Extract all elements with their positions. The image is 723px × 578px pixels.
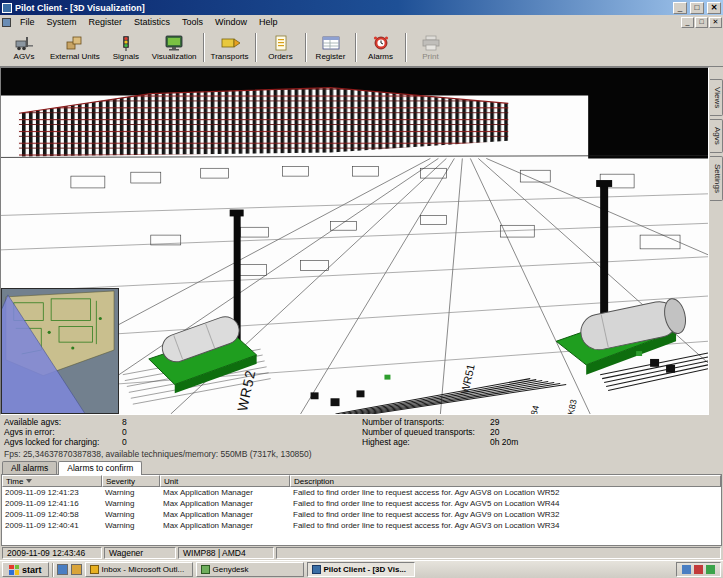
external-units-button[interactable]: External Units <box>46 30 104 65</box>
windows-logo-icon <box>9 565 19 575</box>
taskbar-item-genydesk[interactable]: Genydesk <box>196 562 304 577</box>
toolbar-separator <box>405 33 407 62</box>
queued-transports-label: Number of queued transports: <box>362 427 490 437</box>
alarm-row[interactable]: 2009-11-09 12:40:41 Warning Max Applicat… <box>2 520 721 531</box>
transports-icon <box>219 35 241 51</box>
toolbar-separator <box>203 33 205 62</box>
orders-button[interactable]: Orders <box>259 30 303 65</box>
agvs-button[interactable]: AGVs <box>2 30 46 65</box>
tab-agvs[interactable]: Agvs <box>710 119 723 153</box>
quick-launch-separator <box>52 563 54 577</box>
fps-status-line: Fps: 25,34637870387838, available techni… <box>4 449 719 459</box>
close-button[interactable]: ✕ <box>707 2 721 14</box>
tray-icon[interactable] <box>706 565 715 574</box>
menu-register[interactable]: Register <box>83 16 129 28</box>
alarms-button[interactable]: Alarms <box>359 30 403 65</box>
column-header-description[interactable]: Description <box>290 475 721 487</box>
agvs-charging-value: 0 <box>122 437 362 447</box>
transports-value: 29 <box>490 417 719 427</box>
menu-system[interactable]: System <box>41 16 83 28</box>
toolbar-separator <box>255 33 257 62</box>
statusbar-filler <box>276 547 721 559</box>
alarm-tab-strip: All alarms Alarms to confirm <box>0 459 723 474</box>
tab-all-alarms[interactable]: All alarms <box>2 461 57 474</box>
toolbar-separator <box>305 33 307 62</box>
menu-help[interactable]: Help <box>253 16 284 28</box>
orders-icon <box>270 35 292 51</box>
register-button[interactable]: Register <box>309 30 353 65</box>
queued-transports-value: 20 <box>490 427 719 437</box>
alarm-row[interactable]: 2009-11-09 12:41:16 Warning Max Applicat… <box>2 498 721 509</box>
maximize-button[interactable]: □ <box>690 2 704 14</box>
side-tab-strip: Views Agvs Settings <box>709 67 723 415</box>
column-header-severity[interactable]: Severity <box>102 475 160 487</box>
mdi-child-icon[interactable] <box>2 18 11 27</box>
agvs-in-error-value: 0 <box>122 427 362 437</box>
menu-tools[interactable]: Tools <box>176 16 209 28</box>
toolbar-separator <box>355 33 357 62</box>
external-units-icon <box>64 35 86 51</box>
highest-age-value: 0h 20m <box>490 437 719 447</box>
print-icon <box>420 35 442 51</box>
windows-taskbar: start Inbox - Microsoft Outl... Genydesk… <box>0 560 723 578</box>
highest-age-label: Highest age: <box>362 437 490 447</box>
agvs-charging-label: Agvs locked for charging: <box>4 437 122 447</box>
menu-statistics[interactable]: Statistics <box>128 16 176 28</box>
register-icon <box>320 35 342 51</box>
window-title: Pilot Client - [3D Visualization] <box>15 3 670 13</box>
transports-button[interactable]: Transports <box>207 30 253 65</box>
minimap-canvas <box>2 289 118 413</box>
mdi-restore-button[interactable]: □ <box>695 17 708 28</box>
outlook-icon <box>90 565 99 574</box>
taskbar-item-pilot-client[interactable]: Pilot Client - [3D Vis... <box>307 562 415 577</box>
alarms-icon <box>370 35 392 51</box>
tab-settings[interactable]: Settings <box>710 156 723 201</box>
title-bar[interactable]: Pilot Client - [3D Visualization] _ □ ✕ <box>0 0 723 15</box>
sort-desc-icon <box>26 479 32 483</box>
application-window: Pilot Client - [3D Visualization] _ □ ✕ … <box>0 0 723 578</box>
app-status-bar: 2009-11-09 12:43:46 Wagener WIMP88 | AMD… <box>0 546 723 560</box>
signals-icon <box>115 35 137 51</box>
minimize-button[interactable]: _ <box>673 2 687 14</box>
tab-alarms-to-confirm[interactable]: Alarms to confirm <box>58 461 142 475</box>
alarm-table[interactable]: Time Severity Unit Description 2009-11-0… <box>1 474 722 546</box>
3d-viewport[interactable]: WR52 WR51 RK84 RK83 <box>0 67 709 415</box>
tray-icon[interactable] <box>682 565 691 574</box>
available-agvs-label: Available agvs: <box>4 417 122 427</box>
alarm-row[interactable]: 2009-11-09 12:41:23 Warning Max Applicat… <box>2 487 721 498</box>
main-area: WR52 WR51 RK84 RK83 <box>0 67 723 415</box>
print-button[interactable]: Print <box>409 30 453 65</box>
statusbar-datetime: 2009-11-09 12:43:46 <box>2 547 102 559</box>
signals-button[interactable]: Signals <box>104 30 148 65</box>
mdi-close-button[interactable]: ✕ <box>709 17 722 28</box>
statusbar-host: WIMP88 | AMD4 <box>178 547 274 559</box>
column-header-time[interactable]: Time <box>2 475 102 487</box>
app-window-icon <box>201 565 210 574</box>
agv-icon <box>13 35 35 51</box>
menu-file[interactable]: File <box>14 16 41 28</box>
taskbar-item-outlook[interactable]: Inbox - Microsoft Outl... <box>85 562 193 577</box>
toolbar: AGVs External Units Signals Visualizat <box>0 29 723 67</box>
agvs-in-error-label: Agvs in error: <box>4 427 122 437</box>
tab-views[interactable]: Views <box>710 79 723 116</box>
menu-bar: File System Register Statistics Tools Wi… <box>0 15 723 29</box>
quick-launch-icon[interactable] <box>71 564 82 575</box>
visualization-button[interactable]: Visualization <box>148 30 201 65</box>
available-agvs-value: 8 <box>122 417 362 427</box>
transports-label: Number of transports: <box>362 417 490 427</box>
alarm-table-header: Time Severity Unit Description <box>2 475 721 487</box>
column-header-unit[interactable]: Unit <box>160 475 290 487</box>
minimap[interactable] <box>1 288 119 414</box>
alarm-row[interactable]: 2009-11-09 12:40:58 Warning Max Applicat… <box>2 509 721 520</box>
status-info-panel: Available agvs: 8 Number of transports: … <box>0 415 723 459</box>
mdi-minimize-button[interactable]: _ <box>681 17 694 28</box>
menu-window[interactable]: Window <box>209 16 253 28</box>
system-tray[interactable] <box>676 562 721 577</box>
statusbar-user: Wagener <box>104 547 176 559</box>
quick-launch-icon[interactable] <box>57 564 68 575</box>
visualization-icon <box>163 35 185 51</box>
tray-icon[interactable] <box>694 565 703 574</box>
app-icon <box>2 3 12 13</box>
start-button[interactable]: start <box>2 562 49 577</box>
pilot-client-icon <box>312 565 321 574</box>
